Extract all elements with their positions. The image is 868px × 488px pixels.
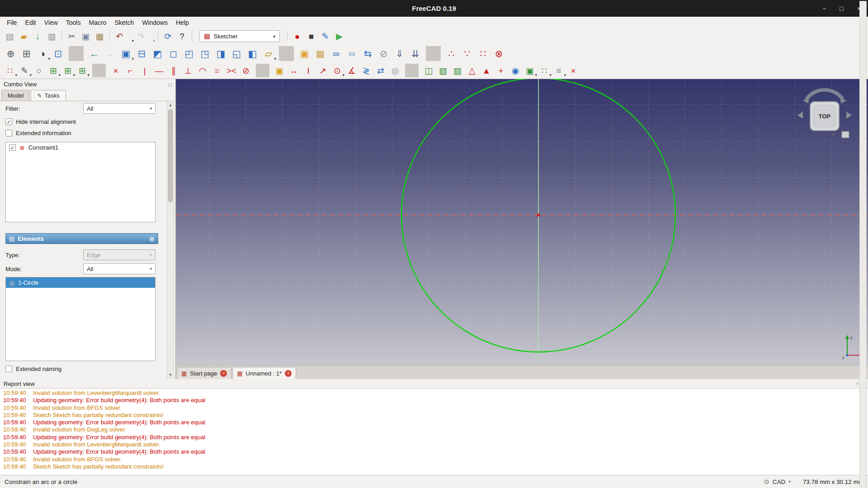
hide-internal-alignment-checkbox[interactable]: ✓ Hide internal alignment [5,118,165,125]
view-fit-all-icon[interactable]: ⊕ [3,46,18,61]
redo-dropdown-icon[interactable]: ▾ [148,30,155,43]
nav-back-icon[interactable]: ← [87,46,102,61]
mirror-sketch-icon[interactable]: ⊞ ▾ [47,64,60,77]
select-origin-icon[interactable]: + [494,64,508,77]
tab-tasks[interactable]: ✎ Tasks [31,90,66,101]
origin-point[interactable] [537,214,540,216]
menu-file[interactable]: File [3,18,21,28]
macro-edit-icon[interactable]: ✎ [319,30,332,43]
constrain-coincident-icon[interactable]: × [109,64,123,77]
menu-macro[interactable]: Macro [85,18,110,28]
view-bottom-icon[interactable]: ◱ [229,46,244,61]
extended-naming-checkbox[interactable]: Extended naming [5,366,165,372]
connect-edges-icon[interactable]: ▨ [451,64,464,77]
map-sketch-icon[interactable]: ○ [32,64,46,77]
box-element-selection-icon[interactable]: ⊡ [51,46,66,61]
menu-view[interactable]: View [40,18,62,28]
view-fit-selection-icon[interactable]: ⊞ [19,46,34,61]
draw-style-icon[interactable]: ◑ ▾ [35,46,50,61]
element-item-circle[interactable]: ◎ 1-Circle [6,277,155,288]
constrain-angle-icon[interactable]: ∡ [345,64,359,77]
section-collapse-icon[interactable]: ⊗ [149,235,155,242]
constrain-radius-icon[interactable]: ⊙ ▾ [330,64,344,77]
tasks-scrollbar[interactable]: ▲ ▼ [167,102,174,378]
select-conflicting-constraints-icon[interactable]: ▲ [480,64,493,77]
tab-close-icon[interactable]: × [285,370,292,377]
nav-forward-icon[interactable]: → [103,46,118,61]
print-icon[interactable]: ▥ [45,30,58,43]
rectangular-array-icon[interactable]: ∷ ▾ [538,64,551,77]
navigation-style-selector[interactable]: CAD [773,479,786,485]
open-document-icon[interactable]: ▰ [17,30,30,43]
extended-information-checkbox[interactable]: Extended information [5,130,165,136]
import-all-links-icon[interactable]: ⇊ [408,46,423,61]
measure-distance-icon[interactable]: ▱ ▾ [261,46,276,61]
macro-stop-icon[interactable]: ■ [305,30,318,43]
menu-tools[interactable]: Tools [62,18,85,28]
cut-icon[interactable]: ✂ [65,30,78,43]
constrain-vertical-icon[interactable]: | [138,64,151,77]
scroll-thumb[interactable] [168,109,173,202]
constrain-distance-x-icon[interactable]: ↔ [287,64,301,77]
mode-select[interactable]: All ▾ [83,263,156,274]
new-document-icon[interactable]: ▤ [3,30,16,43]
pan-right-arrow-icon[interactable] [846,112,852,119]
constrain-equal-icon[interactable]: = [210,64,224,77]
make-sub-link-icon[interactable]: ∞ [344,46,359,61]
filter-select[interactable]: All ▾ [83,103,156,114]
create-sketch-icon[interactable]: ∷ ▾ [3,64,17,77]
validate-sketch-icon[interactable]: ⊞ ▾ [75,64,89,77]
refresh-icon[interactable]: ⟳ [161,30,175,43]
view-right-icon[interactable]: ◳ [198,46,212,61]
report-log[interactable]: 10:59:40 Invalid solution from Levenberg… [0,388,868,475]
replace-with-link-icon[interactable]: ⇆ [360,46,375,61]
workbench-selector[interactable]: ▦ Sketcher ▾ [199,30,280,42]
toggle-driving-constraint-icon[interactable]: ⇄ [374,64,387,77]
view-rear-icon[interactable]: ◨ [213,46,228,61]
clone-icon[interactable]: ▣ ▾ [523,64,537,77]
view-axonometric-icon[interactable]: ◩ [150,46,165,61]
sketch-canvas[interactable] [176,79,868,365]
menu-edit[interactable]: Edit [21,18,40,28]
constrain-symmetric-icon[interactable]: >< [225,64,238,77]
constraint-item[interactable]: ✓ ⊛ Constraint1 [6,142,155,153]
constrain-lock-icon[interactable]: ▣ [273,64,286,77]
merge-projects-icon[interactable]: ∴ [444,46,459,61]
view-home-icon[interactable]: ▣ ▾ [118,46,133,61]
edit-sketch-icon[interactable]: ✎ ▾ [18,64,31,77]
menu-help[interactable]: Help [172,18,193,28]
scroll-up-icon[interactable]: ▲ [169,103,172,108]
zoom-box-icon[interactable]: ⊟ [134,46,149,61]
paste-icon[interactable]: ▦ [93,30,106,43]
constrain-distance-y-icon[interactable]: I [302,64,315,77]
tab-start-page[interactable]: ▦ Start page × [177,367,231,379]
menu-sketch[interactable]: Sketch [110,18,138,28]
constrain-point-on-object-icon[interactable]: ⌐ [123,64,137,77]
redo-icon[interactable]: ↷ [134,30,147,43]
whats-this-icon[interactable]: ? [175,30,189,43]
unlink-icon[interactable]: ⊘ [376,46,391,61]
constrain-horizontal-icon[interactable]: — [152,64,166,77]
create-group-icon[interactable]: ▦ [313,46,328,61]
select-associated-constraints-icon[interactable]: ◫ [422,64,435,77]
macro-record-icon[interactable]: ● [291,30,304,43]
rendering-order-icon[interactable]: ≡ ▾ [552,64,566,77]
stop-loading-icon[interactable]: ⊗ [491,46,506,61]
navigation-cube[interactable]: TOP [795,86,854,141]
make-link-icon[interactable]: ∞ [329,46,344,61]
close-shape-icon[interactable]: ▧ [436,64,450,77]
save-icon[interactable]: ↓ [31,30,44,43]
menu-windows[interactable]: Windows [138,18,172,28]
constraint-list[interactable]: ✓ ⊛ Constraint1 [5,142,156,222]
undo-dropdown-icon[interactable]: ▾ [127,30,133,43]
merge-sketches-icon[interactable]: ⊞ ▾ [61,64,75,77]
tab-close-icon[interactable]: × [220,370,227,377]
macro-execute-icon[interactable]: ▶ [333,30,346,43]
tab-unnamed-document[interactable]: ▦ Unnamed : 1* × [232,367,296,379]
select-redundant-constraints-icon[interactable]: △ [465,64,479,77]
element-list[interactable]: ◎ 1-Circle [5,277,156,361]
copy-icon[interactable]: ▣ [79,30,92,43]
toggle-active-constraint-icon[interactable]: ◎ [388,64,402,77]
pan-left-arrow-icon[interactable] [797,112,803,119]
virtual-space-icon[interactable]: ◉ [509,64,522,77]
